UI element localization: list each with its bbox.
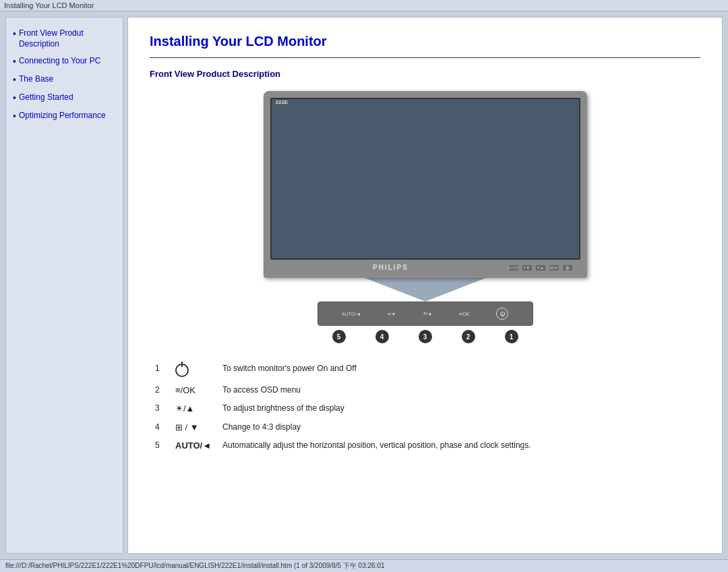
btn-icon-3: ☀/▲ [170, 399, 217, 418]
title-bar: Installing Your LCD Monitor [0, 0, 728, 11]
control-panel: AUTO/◄ ≡/▼ ☀/▲ ≡/OK ⏻ [317, 302, 533, 326]
btn-num-3: 3 [150, 399, 170, 418]
btn-desc-row-3: 3 ☀/▲ To adjust brightness of the displa… [150, 399, 700, 418]
content-area: Installing Your LCD Monitor Front View P… [127, 17, 723, 554]
monitor-screen [270, 98, 580, 260]
monitor-btn-5: ⏻ [563, 265, 572, 270]
title-bar-text: Installing Your LCD Monitor [4, 1, 94, 9]
sidebar-item-front-view[interactable]: Front View Produt Description [13, 28, 116, 49]
btn-desc-row-1: 1 To switch monitor's power On and Off [150, 360, 700, 381]
sidebar-item-connecting[interactable]: Connecting to Your PC [13, 56, 116, 67]
sidebar-item-getting-started[interactable]: Getting Started [13, 92, 116, 104]
monitor-brand: PHILIPS [278, 264, 504, 271]
circle-4: 4 [375, 330, 389, 343]
circle-3: 3 [419, 330, 432, 343]
btn-num-2: 2 [150, 381, 170, 399]
power-icon: ⏻ [496, 308, 508, 320]
monitor-btn-4: ⊞OK [549, 265, 559, 270]
ctrl-auto: AUTO/◄ [342, 312, 361, 316]
circle-1: 1 [505, 330, 518, 343]
ctrl-brightness: ☀/▲ [423, 311, 433, 316]
btn-icon-5: AUTO/◄ [170, 436, 217, 455]
sidebar-link-getting-started[interactable]: Getting Started [19, 92, 73, 103]
monitor-model-label: 222E [276, 99, 289, 105]
btn-desc-row-4: 4 ⊞ / ▼ Change to 4:3 display [150, 418, 700, 436]
sidebar-link-front-view[interactable]: Front View Produt Description [19, 28, 116, 49]
sidebar-item-optimizing[interactable]: Optimizing Performance [13, 111, 116, 122]
sidebar-link-base[interactable]: The Base [19, 74, 53, 85]
sidebar-nav: Front View Produt Description Connecting… [13, 28, 116, 121]
circle-5: 5 [332, 330, 346, 343]
btn-desc-row-5: 5 AUTO/◄ Automatically adjust the horizo… [150, 436, 700, 455]
ctrl-ok: ≡/OK [459, 312, 470, 316]
monitor-illustration: 222E PHILIPS AUTO ≡▼ ☀▲ ⊞OK ⏻ [150, 91, 700, 343]
button-descriptions: 1 To switch monitor's power On and Off 2… [150, 360, 700, 455]
btn-desc-text-2: To access OSD menu [217, 381, 700, 399]
page-title: Installing Your LCD Monitor [150, 34, 700, 49]
monitor-btn-3: ☀▲ [536, 265, 545, 270]
btn-desc-text-5: Automatically adjust the horizontal posi… [217, 436, 700, 455]
btn-icon-1 [170, 360, 217, 381]
btn-desc-text-3: To adjust brightness of the display [217, 399, 700, 418]
main-layout: Front View Produt Description Connecting… [5, 17, 723, 554]
btn-icon-2: ≡/OK [170, 381, 217, 399]
btn-num-5: 5 [150, 436, 170, 455]
stand-neck [365, 278, 486, 302]
status-bar-text: file:///D:/Rachel/PHILIPS/222E1/222E1%20… [5, 562, 385, 569]
ctrl-osd: ≡/▼ [387, 312, 396, 316]
btn-num-1: 1 [150, 360, 170, 381]
control-panel-container: AUTO/◄ ≡/▼ ☀/▲ ≡/OK ⏻ 5 [317, 302, 533, 343]
btn-desc-text-4: Change to 4:3 display [217, 418, 700, 436]
btn-num-4: 4 [150, 418, 170, 436]
section-divider [150, 57, 700, 58]
btn-icon-4: ⊞ / ▼ [170, 418, 217, 436]
monitor-btn-1: AUTO [509, 265, 518, 270]
sidebar-item-base[interactable]: The Base [13, 74, 116, 86]
status-bar: file:///D:/Rachel/PHILIPS/222E1/222E1%20… [0, 559, 728, 572]
monitor-body: 222E PHILIPS AUTO ≡▼ ☀▲ ⊞OK ⏻ [264, 91, 587, 278]
numbered-circles: 5 4 3 2 1 [317, 330, 533, 343]
btn-desc-row-2: 2 ≡/OK To access OSD menu [150, 381, 700, 399]
sidebar-link-connecting[interactable]: Connecting to Your PC [19, 56, 100, 67]
circle-2: 2 [462, 330, 475, 343]
ctrl-power: ⏻ [496, 308, 508, 320]
sidebar-link-optimizing[interactable]: Optimizing Performance [19, 111, 106, 121]
sidebar: Front View Produt Description Connecting… [5, 17, 123, 554]
section-title: Front View Product Description [150, 69, 700, 79]
btn-desc-text-1: To switch monitor's power On and Off [217, 360, 700, 381]
monitor-button-row: AUTO ≡▼ ☀▲ ⊞OK ⏻ [509, 265, 572, 270]
monitor-bottom-bar: PHILIPS AUTO ≡▼ ☀▲ ⊞OK ⏻ [270, 261, 580, 274]
monitor-btn-2: ≡▼ [522, 265, 532, 270]
